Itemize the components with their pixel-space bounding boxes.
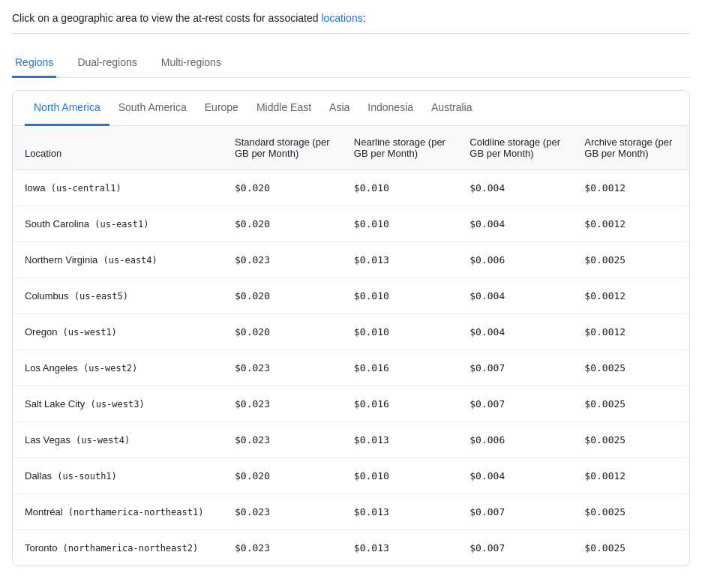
cell-coldline: $0.007 (458, 350, 572, 386)
cell-nearline: $0.010 (342, 278, 458, 314)
table-row: Oregon (us-west1)$0.020$0.010$0.004$0.00… (13, 314, 689, 350)
cell-location: Salt Lake City (us-west3) (13, 386, 223, 422)
cell-standard: $0.020 (223, 278, 342, 314)
cell-archive: $0.0025 (572, 530, 689, 566)
cell-coldline: $0.006 (458, 242, 572, 278)
cell-standard: $0.023 (223, 386, 342, 422)
cell-archive: $0.0025 (572, 386, 689, 422)
table-row: Toronto (northamerica-northeast2)$0.023$… (13, 530, 689, 566)
col-archive: Archive storage (per GB per Month) (572, 126, 689, 170)
cell-standard: $0.020 (223, 206, 342, 242)
cell-standard: $0.020 (223, 458, 342, 494)
cell-location: Toronto (northamerica-northeast2) (13, 530, 223, 566)
cell-nearline: $0.013 (342, 422, 458, 458)
table-row: Columbus (us-east5)$0.020$0.010$0.004$0.… (13, 278, 689, 314)
table-row: Los Angeles (us-west2)$0.023$0.016$0.007… (13, 350, 689, 386)
table-row: South Carolina (us-east1)$0.020$0.010$0.… (13, 206, 689, 242)
geo-tab-middle-east[interactable]: Middle East (248, 91, 320, 126)
geo-tab-asia[interactable]: Asia (320, 91, 358, 126)
table-body: Iowa (us-central1)$0.020$0.010$0.004$0.0… (13, 170, 689, 566)
cell-standard: $0.020 (223, 170, 342, 206)
cell-location: South Carolina (us-east1) (13, 206, 223, 242)
cell-nearline: $0.016 (342, 386, 458, 422)
pricing-table: Location Standard storage (per GB per Mo… (13, 126, 689, 566)
cell-archive: $0.0012 (572, 206, 689, 242)
col-standard: Standard storage (per GB per Month) (223, 126, 342, 170)
cell-location: Iowa (us-central1) (13, 170, 223, 206)
cell-coldline: $0.007 (458, 530, 572, 566)
geo-tab-south-america[interactable]: South America (110, 91, 196, 126)
cell-archive: $0.0012 (572, 170, 689, 206)
geo-tabs: North America South America Europe Middl… (13, 91, 689, 126)
intro-prefix: Click on a geographic area to view the a… (12, 12, 321, 24)
cell-nearline: $0.010 (342, 170, 458, 206)
geo-tab-europe[interactable]: Europe (196, 91, 248, 126)
cell-location: Northern Virginia (us-east4) (13, 242, 223, 278)
intro-text: Click on a geographic area to view the a… (12, 12, 690, 34)
tab-regions[interactable]: Regions (12, 49, 56, 78)
cell-location: Las Vegas (us-west4) (13, 422, 223, 458)
table-header: Location Standard storage (per GB per Mo… (13, 126, 689, 170)
locations-link[interactable]: locations (321, 12, 362, 24)
cell-coldline: $0.006 (458, 422, 572, 458)
cell-archive: $0.0025 (572, 242, 689, 278)
cell-location: Columbus (us-east5) (13, 278, 223, 314)
cell-archive: $0.0012 (572, 314, 689, 350)
col-coldline: Coldline storage (per GB per Month) (458, 126, 572, 170)
table-row: Montréal (northamerica-northeast1)$0.023… (13, 494, 689, 530)
table-row: Iowa (us-central1)$0.020$0.010$0.004$0.0… (13, 170, 689, 206)
cell-nearline: $0.013 (342, 530, 458, 566)
cell-nearline: $0.013 (342, 242, 458, 278)
cell-nearline: $0.010 (342, 206, 458, 242)
top-tabs: Regions Dual-regions Multi-regions (12, 49, 690, 78)
cell-archive: $0.0025 (572, 494, 689, 530)
cell-coldline: $0.004 (458, 278, 572, 314)
geo-tab-north-america[interactable]: North America (25, 91, 110, 126)
cell-nearline: $0.013 (342, 494, 458, 530)
cell-archive: $0.0012 (572, 278, 689, 314)
col-location: Location (13, 126, 223, 170)
cell-nearline: $0.010 (342, 458, 458, 494)
cell-coldline: $0.004 (458, 170, 572, 206)
cell-archive: $0.0025 (572, 422, 689, 458)
cell-archive: $0.0025 (572, 350, 689, 386)
tab-dual-regions[interactable]: Dual-regions (74, 49, 140, 78)
geo-tab-indonesia[interactable]: Indonesia (358, 91, 422, 126)
table-row: Northern Virginia (us-east4)$0.023$0.013… (13, 242, 689, 278)
cell-standard: $0.023 (223, 530, 342, 566)
cell-standard: $0.023 (223, 422, 342, 458)
cell-location: Dallas (us-south1) (13, 458, 223, 494)
cell-standard: $0.023 (223, 242, 342, 278)
intro-suffix: : (363, 12, 366, 24)
cell-coldline: $0.004 (458, 314, 572, 350)
cell-standard: $0.023 (223, 350, 342, 386)
cell-standard: $0.020 (223, 314, 342, 350)
region-card: North America South America Europe Middl… (12, 90, 690, 566)
table-row: Las Vegas (us-west4)$0.023$0.013$0.006$0… (13, 422, 689, 458)
cell-nearline: $0.010 (342, 314, 458, 350)
tab-multi-regions[interactable]: Multi-regions (158, 49, 224, 78)
geo-tab-australia[interactable]: Australia (422, 91, 481, 126)
cell-standard: $0.023 (223, 494, 342, 530)
cell-archive: $0.0012 (572, 458, 689, 494)
col-nearline: Nearline storage (per GB per Month) (342, 126, 458, 170)
cell-coldline: $0.004 (458, 458, 572, 494)
cell-location: Los Angeles (us-west2) (13, 350, 223, 386)
cell-location: Oregon (us-west1) (13, 314, 223, 350)
cell-coldline: $0.004 (458, 206, 572, 242)
table-row: Dallas (us-south1)$0.020$0.010$0.004$0.0… (13, 458, 689, 494)
table-row: Salt Lake City (us-west3)$0.023$0.016$0.… (13, 386, 689, 422)
cell-coldline: $0.007 (458, 494, 572, 530)
cell-coldline: $0.007 (458, 386, 572, 422)
cell-location: Montréal (northamerica-northeast1) (13, 494, 223, 530)
page-container: Click on a geographic area to view the a… (0, 0, 702, 578)
cell-nearline: $0.016 (342, 350, 458, 386)
